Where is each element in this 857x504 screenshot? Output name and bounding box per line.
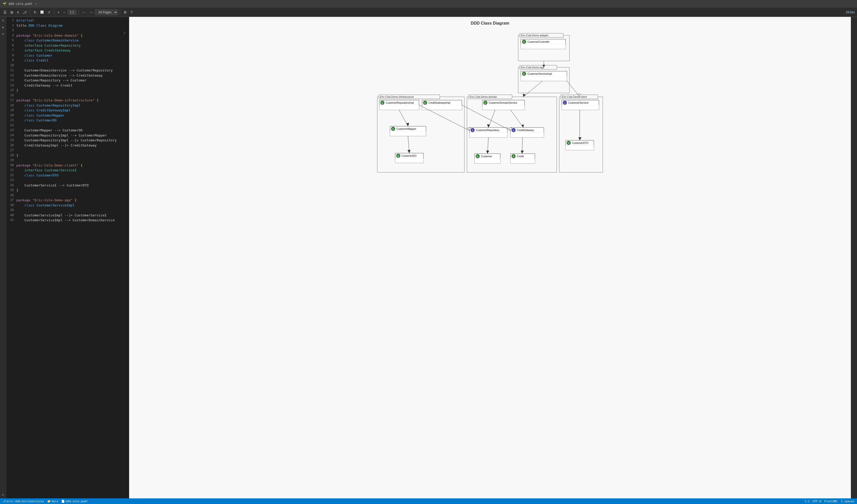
code-line-14: CreditGateway --> Credit [16,83,127,88]
code-line-30: package "Eric-Cola-Demo-client" { [16,163,127,168]
language[interactable]: PlantUML [824,500,838,503]
zoom-level-button[interactable]: 1:1 [68,10,77,15]
arrow-right-icon: → [89,10,93,14]
code-line-25: CustomerRepositoryImpl --|> CustomerRepo… [16,138,127,143]
breadcrumb-icon: 📁 [47,500,51,503]
code-line-41: CustomerServiceImpl --> CustomerDomainSe… [16,218,127,223]
node-CustomerServiceImpl-label: CustomerServiceImpl [527,72,552,75]
svg-text:I: I [472,129,473,132]
git-icon: ⎇ [3,500,6,503]
code-line-32: class CustomerDTO [16,173,127,178]
question-icon: ? [131,10,133,14]
right-sidebar [851,17,857,498]
encoding[interactable]: UTF-8 [813,500,821,503]
code-line-1: @startuml [16,18,127,23]
line-ending[interactable]: 2 spaces [841,500,854,503]
package-infrastructure-label: Eric-Cola-Demo-infrastructure [380,95,414,98]
help-button[interactable]: ? [129,10,134,15]
plus-icon: + [57,10,60,14]
code-line-6: interface CustomerRepository [16,43,127,48]
code-line-15: } [16,88,127,93]
svg-text:C: C [398,155,399,157]
pages-select[interactable]: All Pages [95,10,118,15]
git-branch[interactable]: ⎇ eric-ddd-microservices [3,500,44,503]
code-line-40: CustomerServiceImpl --|> CustomerService… [16,213,127,218]
code-line-35: } [16,188,127,193]
statusbar: ⎇ eric-ddd-microservices 📁 docs 📄 ddd-co… [0,498,857,504]
hamburger-button[interactable] [2,10,8,15]
svg-marker-53 [487,124,490,127]
merge-icon: ⎇ [22,10,27,14]
svg-rect-1 [521,44,566,49]
svg-text:C: C [523,41,525,43]
node-CreditGateway-label: CreditGateway [517,129,534,132]
svg-rect-29 [470,133,507,137]
titlebar: 🌱 ddd-cola.puml × [0,0,857,8]
breadcrumb-file[interactable]: 📄 ddd-cola.puml [61,500,88,503]
toolbar: ⊞ ≡ ⎇ ↻ ⬜ ↗ + − 1:1 ← → All Pages ⚙ ? 26… [0,8,857,17]
code-lines: @startumltitle DDD Class Diagram package… [16,18,129,223]
left-sidebar: ⊞ ◉ ⚙ ⊕ [0,17,6,498]
code-line-13: CustomerRepository --> Customer [16,78,127,83]
svg-rect-49 [566,145,594,150]
svg-text:C: C [424,102,426,104]
svg-rect-17 [390,132,426,136]
svg-rect-5 [521,76,567,81]
sidebar-icon-bottom[interactable]: ⊕ [1,492,6,497]
code-line-33 [16,178,127,183]
breadcrumb-docs[interactable]: 📁 docs [47,500,58,503]
node-CustomerServiceI-label: CustomerServiceI [568,101,588,104]
diagram-svg: Eric-Cola-Demo-adapter C CustomerControl… [375,28,605,176]
code-line-10 [16,63,127,68]
code-line-20: class CustomerMapper [16,113,127,118]
node-CustomerDO-label: CustomerDO [402,154,417,157]
export-icon: ↗ [47,10,50,14]
svg-marker-51 [523,94,526,97]
svg-marker-56 [521,151,524,154]
code-line-12: CustomerDomainService --> CreditGateway [16,73,127,78]
svg-text:C: C [382,102,383,104]
refresh-button[interactable]: ↻ [32,10,38,15]
line-numbers: 1234567891011121314151617181920212223242… [6,18,16,223]
code-editor[interactable]: 1234567891011121314151617181920212223242… [6,17,129,498]
arrow-left-icon: ← [82,10,86,14]
tab-close-button[interactable]: × [35,2,37,6]
svg-rect-25 [482,105,525,110]
zoom-in-button[interactable]: + [56,10,61,15]
svg-marker-57 [578,137,582,140]
code-line-31: interface CustomerServiceI [16,168,127,173]
code-line-18: class CustomerRepositoryImpl [16,103,127,108]
sidebar-icon-1[interactable]: ⊞ [1,18,6,23]
code-line-29 [16,158,127,163]
grid-button[interactable]: ⊞ [9,10,15,15]
settings-button[interactable]: ⚙ [122,10,128,15]
prev-page-button[interactable]: ← [81,10,87,15]
sidebar-icon-2[interactable]: ◉ [1,24,6,30]
svg-text:C: C [568,142,570,144]
list-button[interactable]: ≡ [16,10,20,15]
editor-content: 1234567891011121314151617181920212223242… [6,17,129,224]
svg-text:I: I [565,102,565,104]
export-button[interactable]: ↗ [46,10,52,15]
zoom-out-button[interactable]: − [62,10,66,15]
merge-button[interactable]: ⎇ [21,10,28,15]
svg-text:I: I [513,129,514,132]
node-CustomerRepository-label: CustomerRepository [476,129,499,132]
svg-marker-59 [407,150,410,153]
line-col[interactable]: 1:1 [805,500,810,503]
sidebar-icon-3[interactable]: ⚙ [1,31,6,36]
package-adapter-label: Eric-Cola-Demo-adapter [521,34,549,37]
next-page-button[interactable]: → [88,10,94,15]
node-CustomerMapper-label: CustomerMapper [397,127,417,131]
image-button[interactable]: ⬜ [39,10,45,15]
code-line-7: interface CreditGateway [16,48,127,53]
gear-icon: ⚙ [123,10,127,14]
svg-rect-13 [422,105,462,110]
arrow-app-domain [523,81,542,97]
render-timing: 261ms [846,11,855,14]
diagram-panel[interactable]: DDD Class Diagram Eric-Cola-Demo-adapter… [129,17,851,498]
code-line-37: package "Eric-Cola-Demo-app" { [16,198,127,203]
svg-rect-37 [475,159,500,163]
grid-icon: ⊞ [10,10,13,14]
tab-filename[interactable]: ddd-cola.puml [9,2,33,6]
